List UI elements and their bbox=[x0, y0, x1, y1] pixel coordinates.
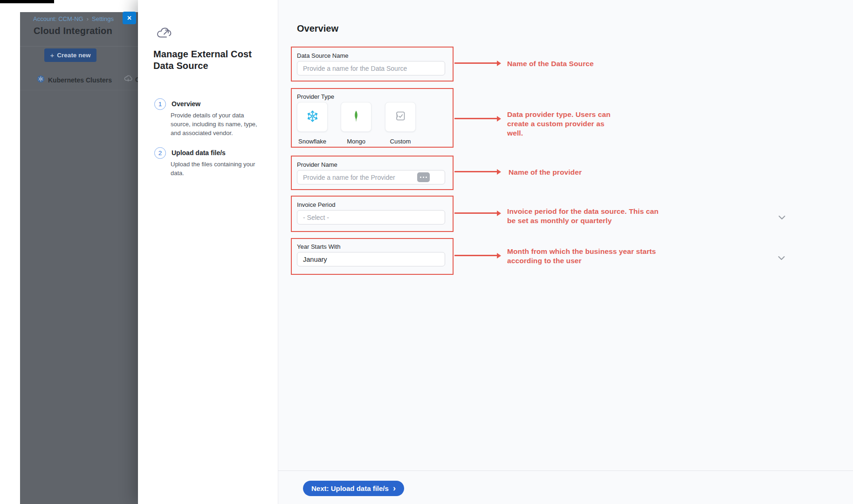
modal-sidebar: Manage External Cost Data Source 1 Overv… bbox=[138, 0, 278, 504]
breadcrumb-account-link[interactable]: Account: CCM-NG bbox=[33, 15, 83, 22]
kubernetes-icon bbox=[37, 75, 45, 85]
content-heading: Overview bbox=[297, 23, 338, 34]
ellipsis-badge-icon[interactable] bbox=[417, 172, 430, 182]
data-source-name-input[interactable] bbox=[297, 61, 445, 75]
provider-label-snowflake: Snowflake bbox=[297, 138, 328, 145]
custom-provider-icon bbox=[394, 110, 406, 124]
step-1-description: Provide details of your data source, inc… bbox=[171, 111, 260, 138]
invoice-period-label: Invoice Period bbox=[297, 201, 335, 208]
chevron-down-icon[interactable] bbox=[778, 254, 785, 262]
provider-card-mongo[interactable] bbox=[341, 102, 371, 132]
tab-kubernetes-clusters-label: Kubernetes Clusters bbox=[48, 76, 112, 84]
provider-label-mongo: Mongo bbox=[341, 138, 371, 145]
next-upload-button[interactable]: Next: Upload data file/s › bbox=[303, 481, 404, 496]
invoice-period-select[interactable]: - Select - bbox=[297, 210, 445, 225]
annotation-text: Invoice period for the data source. This… bbox=[507, 207, 661, 225]
annotation-text: Name of the Data Source bbox=[507, 59, 656, 68]
provider-label-custom: Custom bbox=[385, 138, 416, 145]
step-2-number: 2 bbox=[158, 150, 162, 157]
year-starts-with-select[interactable]: January bbox=[297, 252, 445, 266]
annotation-arrow-icon bbox=[454, 62, 497, 64]
provider-card-custom[interactable] bbox=[385, 102, 416, 132]
year-starts-with-value: January bbox=[303, 256, 327, 263]
step-2-title: Upload data file/s bbox=[172, 149, 226, 157]
chevron-right-icon: › bbox=[393, 484, 396, 492]
annotation-arrow-icon bbox=[454, 171, 497, 172]
plus-icon: + bbox=[50, 51, 55, 59]
annotation-text: Month from which the business year start… bbox=[507, 247, 661, 266]
step-2-indicator: 2 bbox=[154, 147, 166, 159]
provider-card-snowflake[interactable] bbox=[297, 102, 328, 132]
close-icon: × bbox=[127, 14, 131, 22]
tab-cloud[interactable]: C bbox=[124, 75, 138, 84]
breadcrumb: Account: CCM-NG › Settings bbox=[33, 15, 114, 22]
provider-name-label: Provider Name bbox=[297, 161, 337, 168]
close-button[interactable]: × bbox=[123, 12, 136, 24]
data-source-name-label: Data Source Name bbox=[297, 52, 349, 59]
page-title: Cloud Integration bbox=[34, 26, 112, 36]
cloud-icon bbox=[124, 75, 133, 84]
annotation-arrow-icon bbox=[454, 118, 497, 119]
year-starts-with-label: Year Starts With bbox=[297, 243, 340, 250]
footer-divider bbox=[278, 470, 853, 471]
next-upload-label: Next: Upload data file/s bbox=[311, 484, 389, 492]
annotation-arrow-icon bbox=[454, 212, 497, 214]
annotation-text: Name of the provider bbox=[509, 168, 658, 177]
step-1-title: Overview bbox=[172, 100, 200, 108]
divider bbox=[278, 0, 278, 504]
annotation-text: Data provider type. Users can create a c… bbox=[507, 110, 619, 137]
provider-type-label: Provider Type bbox=[297, 93, 334, 100]
tab-kubernetes-clusters[interactable]: Kubernetes Clusters bbox=[37, 75, 112, 85]
modal-title: Manage External Cost Data Source bbox=[153, 48, 263, 72]
create-new-button[interactable]: + Create new bbox=[44, 48, 96, 62]
screen-artifact-bar bbox=[0, 0, 54, 3]
invoice-period-value: - Select - bbox=[303, 214, 329, 221]
breadcrumb-separator-icon: › bbox=[87, 15, 89, 22]
chevron-down-icon[interactable] bbox=[778, 213, 785, 222]
annotation-arrow-icon bbox=[454, 255, 497, 256]
manage-data-source-modal: Manage External Cost Data Source 1 Overv… bbox=[138, 0, 853, 504]
breadcrumb-settings-link[interactable]: Settings bbox=[92, 15, 114, 22]
screen: Account: CCM-NG › Settings Cloud Integra… bbox=[0, 0, 853, 504]
step-1-number: 1 bbox=[158, 101, 162, 108]
mongodb-leaf-icon bbox=[351, 110, 362, 124]
divider bbox=[20, 46, 138, 47]
divider bbox=[20, 90, 138, 90]
create-new-label: Create new bbox=[57, 52, 90, 59]
background-page: Account: CCM-NG › Settings Cloud Integra… bbox=[20, 12, 138, 504]
step-2-description: Upload the files containing your data. bbox=[171, 160, 260, 178]
step-1-indicator: 1 bbox=[154, 98, 166, 110]
cloud-export-icon bbox=[156, 26, 172, 42]
snowflake-icon bbox=[306, 110, 319, 124]
tab-row: Kubernetes Clusters C bbox=[20, 74, 138, 90]
